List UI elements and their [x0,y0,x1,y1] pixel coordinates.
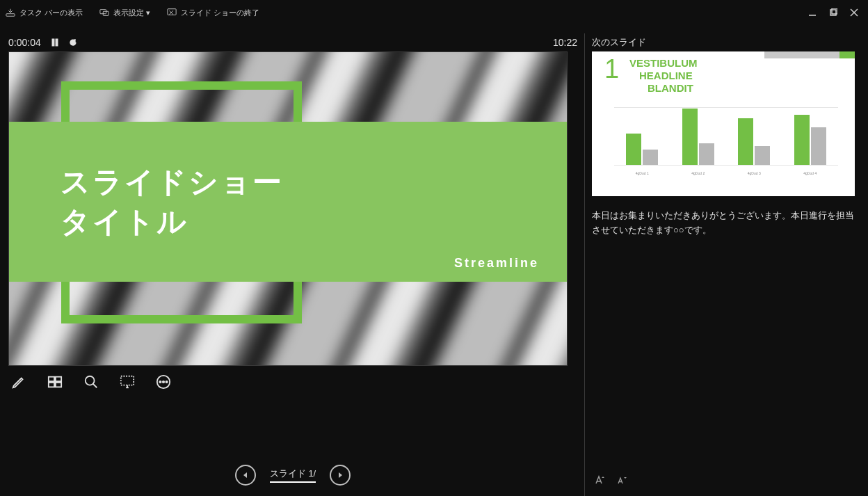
slide-title-line2: タイトル [61,202,567,241]
show-taskbar-label: タスク バーの表示 [19,8,83,18]
svg-rect-0 [6,14,15,17]
presenter-tool-row [8,366,577,391]
svg-rect-8 [830,10,836,15]
next-slide-chart [614,107,838,166]
svg-point-26 [166,381,167,383]
svg-marker-29 [602,477,604,478]
svg-point-25 [163,381,164,383]
svg-marker-27 [243,472,247,478]
timer-row: 0:00:04 10:22 [8,33,577,51]
display-settings-label: 表示設定 ▾ [113,8,150,18]
pen-tool-button[interactable] [10,373,28,391]
svg-rect-15 [56,377,61,381]
svg-point-18 [86,376,95,385]
window-close-button[interactable] [850,8,858,17]
slide-title-band: スライドショー タイトル Streamline [9,122,567,282]
current-slide-preview[interactable]: スライドショー タイトル Streamline [8,51,568,366]
pause-timer-button[interactable] [51,38,59,47]
top-command-bar: タスク バーの表示 表示設定 ▾ スライド ショーの終了 [0,0,868,25]
presenter-right-pane: 次のスライド 1 VESTIBULUM HEADLINE BLANDIT 4gD… [592,33,860,496]
svg-point-24 [159,381,161,383]
more-options-button[interactable] [154,373,172,391]
show-taskbar-button[interactable]: タスク バーの表示 [6,8,83,18]
speaker-notes: 本日はお集まりいただきありがとうございます。本日進行を担当させていただきます○○… [592,196,860,238]
slide-nav-row: スライド 1/ [8,454,577,496]
chart-category-labels: 4gDod 14gDod 24gDod 34gDod 4 [614,171,838,175]
end-slideshow-label: スライド ショーの終了 [181,8,259,18]
reset-timer-button[interactable] [69,38,77,47]
elapsed-time: 0:00:04 [8,37,41,48]
next-slide-header: 次のスライド [592,33,860,51]
slide-number-label[interactable]: スライド 1/ [270,467,316,483]
slide-title-line1: スライドショー [61,162,567,203]
window-restore-button[interactable] [829,8,837,17]
next-slide-number: 1 [604,54,619,84]
end-slideshow-button[interactable]: スライド ショーの終了 [167,8,259,18]
display-settings-button[interactable]: 表示設定 ▾ [99,8,150,18]
prev-slide-button[interactable] [235,465,256,486]
see-all-slides-button[interactable] [46,373,64,391]
pane-divider[interactable] [584,33,585,496]
svg-rect-9 [832,8,837,14]
svg-rect-14 [49,377,54,381]
clock-time: 10:22 [553,37,577,48]
slide-subtitle: Streamline [454,256,539,271]
svg-marker-28 [339,472,342,478]
next-slide-title: VESTIBULUM HEADLINE BLANDIT [629,57,698,95]
svg-rect-12 [52,39,54,46]
svg-rect-20 [121,376,134,385]
decrease-font-button[interactable] [616,474,628,486]
svg-line-19 [93,384,97,388]
notes-font-size-row [592,470,860,496]
next-slide-accent-bar [764,51,855,58]
svg-rect-16 [49,383,54,387]
svg-rect-13 [56,39,58,46]
presenter-left-pane: 0:00:04 10:22 スライドショー タイトル Streamline [8,33,577,496]
increase-font-button[interactable] [593,474,606,486]
black-screen-button[interactable] [118,373,136,391]
next-slide-preview[interactable]: 1 VESTIBULUM HEADLINE BLANDIT 4gDod 14gD… [592,51,855,196]
zoom-tool-button[interactable] [82,373,100,391]
svg-marker-30 [624,477,627,479]
next-slide-button[interactable] [330,465,351,486]
window-minimize-button[interactable] [808,8,817,17]
svg-rect-17 [56,383,61,387]
